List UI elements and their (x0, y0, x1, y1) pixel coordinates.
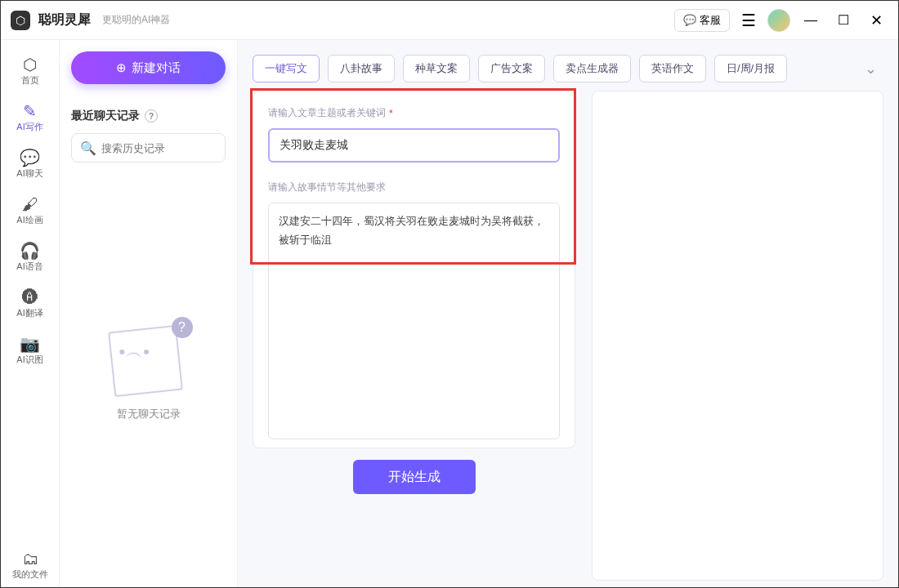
input-form-card: 请输入文章主题或者关键词 * 请输入故事情节等其他要求 (253, 91, 575, 448)
camera-icon: 📷 (20, 336, 40, 352)
tab-ad-copy[interactable]: 广告文案 (478, 55, 545, 82)
app-logo-icon: ⬡ (11, 11, 30, 30)
sidebar-item-ai-write[interactable]: ✎ AI写作 (7, 96, 53, 140)
sidebar-item-ai-chat[interactable]: 💬 AI聊天 (7, 143, 53, 186)
headphone-icon: 🎧 (20, 243, 40, 259)
chat-bubble-icon: 💬 (683, 14, 696, 26)
chat-search-box[interactable]: 🔍 (71, 133, 226, 163)
window-minimize-button[interactable]: — (798, 13, 823, 28)
question-badge-icon: ? (172, 317, 193, 338)
tab-gossip-story[interactable]: 八卦故事 (328, 55, 395, 82)
sidebar-item-label: AI绘画 (16, 214, 42, 226)
required-asterisk: * (389, 108, 393, 119)
sidebar-item-label: 首页 (21, 74, 39, 87)
output-card (592, 91, 883, 581)
window-close-button[interactable]: ✕ (864, 11, 888, 29)
new-chat-label: 新建对话 (132, 60, 181, 76)
empty-text: 暂无聊天记录 (117, 407, 181, 421)
sidebar-item-ai-voice[interactable]: 🎧 AI语音 (7, 236, 53, 279)
topic-input[interactable] (268, 128, 560, 163)
search-icon: 🔍 (80, 140, 96, 156)
sidebar-item-label: AI语音 (16, 261, 42, 273)
empty-state: •︵• ? 暂无聊天记录 (71, 163, 226, 576)
help-icon[interactable]: ? (145, 109, 158, 122)
chat-icon: 💬 (20, 149, 40, 166)
files-icon: 🗂 (22, 550, 38, 567)
window-maximize-button[interactable]: ☐ (831, 12, 856, 28)
tab-zhongcao-copy[interactable]: 种草文案 (403, 55, 470, 82)
brush-icon: 🖌 (22, 196, 38, 212)
sidebar: ⬡ 首页 ✎ AI写作 💬 AI聊天 🖌 AI绘画 🎧 AI语音 🅐 AI翻译 … (1, 40, 60, 587)
sidebar-item-label: AI翻译 (16, 307, 42, 319)
app-name: 聪明灵犀 (38, 11, 91, 29)
sidebar-item-label: 我的文件 (12, 568, 48, 581)
template-tabs: 一键写文 八卦故事 种草文案 广告文案 卖点生成器 英语作文 日/周/月报 ⌄ (238, 40, 898, 91)
chevron-down-icon[interactable]: ⌄ (858, 56, 883, 81)
tab-selling-points[interactable]: 卖点生成器 (553, 55, 631, 82)
recent-chats-label: 最近聊天记录 (71, 109, 140, 123)
tab-report[interactable]: 日/周/月报 (714, 55, 787, 82)
user-avatar[interactable] (767, 9, 790, 32)
sidebar-item-label: AI写作 (16, 121, 42, 133)
customer-service-button[interactable]: 💬 客服 (674, 9, 730, 32)
sidebar-item-label: AI识图 (16, 354, 42, 366)
sidebar-item-home[interactable]: ⬡ 首页 (7, 50, 53, 93)
chat-search-input[interactable] (101, 142, 239, 154)
sidebar-item-ai-translate[interactable]: 🅐 AI翻译 (7, 283, 53, 326)
translate-icon: 🅐 (22, 289, 38, 305)
chat-list-panel: ⊕ 新建对话 最近聊天记录 ? 🔍 •︵• ? 暂无聊天记录 (60, 40, 238, 587)
app-subtitle: 更聪明的AI神器 (102, 13, 170, 27)
customer-service-label: 客服 (700, 13, 721, 28)
sidebar-item-ai-ocr[interactable]: 📷 AI识图 (7, 329, 53, 372)
plus-icon: ⊕ (116, 60, 127, 75)
recent-chats-heading: 最近聊天记录 ? (71, 109, 226, 123)
topic-label: 请输入文章主题或者关键词 * (268, 106, 560, 120)
titlebar: ⬡ 聪明灵犀 更聪明的AI神器 💬 客服 ☰ — ☐ ✕ (1, 1, 898, 40)
detail-textarea[interactable] (268, 203, 560, 439)
sidebar-item-label: AI聊天 (16, 167, 42, 180)
tab-one-click-write[interactable]: 一键写文 (253, 55, 320, 82)
main-area: 一键写文 八卦故事 种草文案 广告文案 卖点生成器 英语作文 日/周/月报 ⌄ … (238, 40, 898, 587)
home-icon: ⬡ (23, 56, 37, 73)
tab-english-essay[interactable]: 英语作文 (639, 55, 706, 82)
sidebar-item-my-files[interactable]: 🗂 我的文件 (7, 544, 53, 587)
empty-illustration: •︵• ? (100, 317, 198, 399)
detail-label: 请输入故事情节等其他要求 (268, 180, 560, 194)
pencil-icon: ✎ (23, 103, 37, 119)
hamburger-menu-icon[interactable]: ☰ (738, 7, 759, 33)
new-chat-button[interactable]: ⊕ 新建对话 (71, 51, 226, 84)
sidebar-item-ai-draw[interactable]: 🖌 AI绘画 (7, 189, 53, 233)
generate-button[interactable]: 开始生成 (353, 460, 476, 494)
